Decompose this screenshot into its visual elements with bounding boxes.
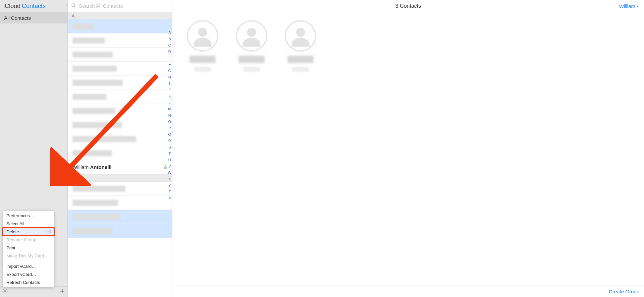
menu-item-refresh-contacts[interactable]: Refresh Contacts bbox=[3, 278, 54, 286]
alpha-index-letter[interactable]: V bbox=[168, 164, 171, 169]
contact-name-redacted bbox=[72, 94, 107, 100]
alpha-index-letter[interactable]: K bbox=[168, 94, 171, 99]
contact-row[interactable] bbox=[68, 146, 172, 160]
alpha-index-letter[interactable]: G bbox=[168, 68, 171, 73]
contact-name-redacted bbox=[72, 23, 93, 29]
contact-name-redacted bbox=[72, 150, 112, 156]
app-root: iCloud Contacts All Contacts bbox=[0, 0, 644, 297]
svg-point-1 bbox=[72, 3, 75, 6]
section-header: B bbox=[68, 174, 172, 182]
alpha-index-letter[interactable]: P bbox=[168, 126, 171, 131]
alpha-index-letter[interactable]: S bbox=[168, 145, 171, 150]
menu-item-select-all[interactable]: Select All bbox=[3, 220, 54, 228]
me-card-icon bbox=[163, 164, 168, 170]
contact-row[interactable] bbox=[68, 76, 172, 90]
alpha-index-letter[interactable]: N bbox=[168, 113, 171, 118]
alpha-index-letter[interactable]: I bbox=[169, 81, 170, 86]
plus-icon bbox=[59, 288, 65, 295]
menu-item-delete[interactable]: Delete bbox=[3, 228, 54, 236]
contact-row[interactable] bbox=[68, 182, 172, 196]
alpha-index-letter[interactable]: Z bbox=[168, 189, 171, 194]
selected-contact-card[interactable] bbox=[186, 20, 219, 72]
menu-item-label: Rename Group bbox=[6, 237, 36, 242]
sidebar-item-label: All Contacts bbox=[4, 15, 31, 21]
contact-name-redacted bbox=[190, 56, 216, 63]
sidebar: iCloud Contacts All Contacts bbox=[0, 0, 68, 297]
menu-item-print[interactable]: Print bbox=[3, 244, 54, 252]
selected-contacts-avatars bbox=[186, 20, 644, 72]
alpha-index-letter[interactable]: W bbox=[168, 170, 171, 175]
contact-row[interactable] bbox=[68, 196, 172, 210]
menu-item-preferences[interactable]: Preferences… bbox=[3, 212, 54, 220]
backspace-icon bbox=[46, 229, 51, 234]
sidebar-item-all-contacts[interactable]: All Contacts bbox=[0, 12, 67, 23]
contact-row[interactable] bbox=[68, 48, 172, 62]
menu-item-make-this-my-card: Make This My Card bbox=[3, 252, 54, 260]
contact-row[interactable] bbox=[68, 132, 172, 146]
contact-row[interactable] bbox=[68, 210, 172, 224]
contact-name-redacted bbox=[72, 108, 115, 114]
alpha-index-letter[interactable]: H bbox=[168, 75, 171, 80]
create-group-button[interactable]: Create Group bbox=[609, 289, 639, 294]
svg-point-2 bbox=[164, 165, 166, 167]
alpha-index-letter[interactable]: C bbox=[168, 43, 171, 48]
gear-icon bbox=[2, 288, 8, 295]
detail-header: 3 Contacts William bbox=[172, 0, 644, 12]
alpha-index-letter[interactable]: J bbox=[169, 87, 171, 93]
contact-name-redacted bbox=[72, 66, 117, 72]
alpha-index-letter[interactable]: O bbox=[168, 119, 171, 124]
contact-name-redacted bbox=[72, 52, 113, 58]
svg-point-3 bbox=[198, 28, 207, 37]
search-icon bbox=[71, 3, 76, 9]
settings-gear-button[interactable] bbox=[0, 287, 10, 297]
menu-item-label: Import vCard… bbox=[6, 264, 36, 269]
alpha-index-letter[interactable]: R bbox=[168, 138, 171, 143]
alpha-index-letter[interactable]: D bbox=[168, 49, 171, 54]
contact-row[interactable] bbox=[68, 19, 172, 34]
detail-title: 3 Contacts bbox=[395, 3, 421, 9]
selected-contact-card[interactable] bbox=[284, 20, 317, 72]
contact-name-redacted bbox=[287, 56, 314, 63]
detail-footer: Create Group bbox=[172, 286, 644, 297]
alpha-index-letter[interactable]: F bbox=[168, 62, 171, 67]
alpha-index-letter[interactable]: B bbox=[168, 37, 171, 42]
contact-name-redacted bbox=[72, 200, 118, 206]
search-input[interactable] bbox=[78, 3, 169, 9]
alpha-index-letter[interactable]: U bbox=[168, 158, 171, 163]
alpha-index-letter[interactable]: M bbox=[168, 107, 171, 112]
alpha-index-letter[interactable]: A bbox=[168, 30, 171, 35]
detail-body bbox=[172, 12, 644, 286]
add-button[interactable] bbox=[57, 287, 67, 297]
app-switcher[interactable]: iCloud Contacts bbox=[0, 0, 67, 12]
selected-contact-card[interactable] bbox=[235, 20, 268, 72]
contact-row[interactable] bbox=[68, 34, 172, 48]
alpha-index-letter[interactable]: Q bbox=[168, 132, 171, 137]
chevron-down-icon bbox=[636, 3, 639, 9]
menu-item-label: Delete bbox=[6, 229, 19, 234]
contact-row[interactable] bbox=[68, 90, 172, 104]
contact-row[interactable] bbox=[68, 118, 172, 132]
svg-point-4 bbox=[247, 28, 256, 37]
menu-item-import-vcard[interactable]: Import vCard… bbox=[3, 262, 54, 270]
alpha-index-letter[interactable]: L bbox=[169, 100, 171, 105]
contact-row[interactable] bbox=[68, 104, 172, 118]
menu-item-export-vcard[interactable]: Export vCard… bbox=[3, 270, 54, 278]
section-header: A bbox=[68, 12, 172, 19]
alpha-index-letter[interactable]: T bbox=[168, 151, 171, 156]
contact-name-redacted bbox=[72, 228, 113, 234]
contact-name-redacted bbox=[72, 186, 125, 192]
contact-name-redacted bbox=[238, 56, 265, 63]
contact-row[interactable] bbox=[68, 224, 172, 238]
alpha-index-letter[interactable]: X bbox=[168, 177, 171, 182]
alpha-index-letter[interactable]: Y bbox=[168, 183, 171, 188]
avatar-placeholder-icon bbox=[236, 20, 267, 52]
contact-detail-redacted bbox=[292, 67, 309, 72]
alpha-index-letter[interactable]: E bbox=[168, 56, 171, 61]
search-bar bbox=[68, 0, 172, 12]
contacts-list[interactable]: AWilliam AntonelliB bbox=[68, 12, 172, 297]
account-menu-button[interactable]: William bbox=[619, 0, 639, 12]
contact-row[interactable] bbox=[68, 62, 172, 76]
account-name: William bbox=[619, 3, 635, 9]
contact-row[interactable]: William Antonelli bbox=[68, 160, 172, 174]
alpha-index-letter[interactable]: # bbox=[169, 196, 171, 201]
